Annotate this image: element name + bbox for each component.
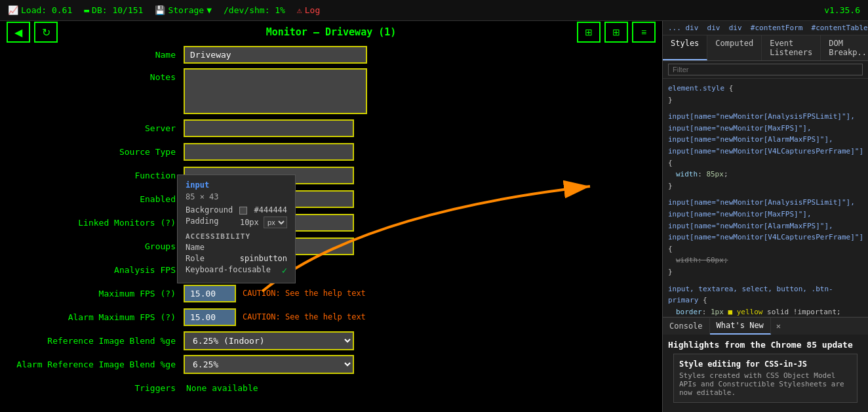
triggers-value: None available [186, 383, 258, 393]
triggers-row: Triggers None available [13, 378, 649, 398]
maximum-fps-label: Maximum FPS (?) [13, 289, 184, 299]
analysis-fps-label: Analysis FPS [13, 265, 184, 275]
action-buttons: ⊞ ⊞ ≡ [577, 22, 656, 43]
console-tab[interactable]: Console [663, 318, 710, 334]
ref-blend-label: Reference Image Blend %ge [13, 336, 184, 346]
storage-icon: 💾 [155, 5, 165, 15]
maximum-fps-row: Maximum FPS (?) CAUTION: See the help te… [13, 283, 649, 303]
tooltip-background-row: Background #444444 [186, 205, 287, 215]
linked-monitors-label: Linked Monitors (?) [13, 218, 184, 228]
tooltip-role-value: spinbutton [240, 254, 287, 263]
source-type-label: Source Type [13, 147, 184, 157]
storage-path: /dev/shm: 1% [224, 5, 285, 15]
devtools-breadcrumb: ... div div div #contentForm #contentTab… [663, 21, 868, 35]
rss-button-2[interactable]: ⊞ [604, 22, 628, 43]
tooltip-name-row: Name [186, 243, 287, 252]
function-label: Function [13, 171, 184, 180]
tooltip-keyboard-label: Keyboard-focusable [186, 265, 271, 276]
color-swatch [239, 207, 247, 215]
tooltip-popup: input 85 × 43 Background #444444 Padding… [177, 175, 296, 283]
server-row: Server [13, 118, 649, 138]
analysis-fps-row: Analysis FPS [13, 260, 649, 279]
linked-monitors-row: Linked Monitors (?) [13, 213, 649, 232]
server-input[interactable] [184, 119, 354, 137]
style-editing-desc: Styles created with CSS Object Model API… [679, 371, 852, 397]
ref-blend-select[interactable]: 6.25% (Indoor) 12.5% 25% [184, 331, 354, 350]
main-layout: ◀ ↻ Monitor – Driveway (1) ⊞ ⊞ ≡ Name No… [0, 21, 868, 412]
devtools-tabs: Styles Computed Event Listeners DOM Brea… [663, 35, 868, 61]
css-block-input-selectors-2: input[name="newMonitor[AnalysisFPSLimit]… [668, 197, 863, 278]
console-bar: Console What's New ✕ [663, 317, 868, 335]
filter-input[interactable] [668, 64, 863, 75]
refresh-button[interactable]: ↻ [34, 22, 58, 43]
css-block-input-selectors: input[name="newMonitor[AnalysisFPSLimit]… [668, 111, 863, 192]
whatsnew-panel: Highlights from the Chrome 85 update Sty… [663, 335, 868, 412]
tooltip-role-label: Role [186, 254, 205, 263]
storage-indicator[interactable]: 💾 Storage ▼ [155, 5, 212, 15]
source-type-input[interactable] [184, 143, 354, 161]
tab-dom-breakpoints[interactable]: DOM Breakp... [821, 35, 868, 60]
alarm-ref-blend-select[interactable]: 6.25% 12.5% 25% [184, 355, 354, 374]
page-title: Monitor – Driveway (1) [266, 26, 397, 38]
name-row: Name [13, 45, 649, 64]
tooltip-background-value: #444444 [239, 205, 287, 215]
style-editing-box: Style editing for CSS-in-JS Styles creat… [673, 354, 858, 403]
whatsnew-title: Highlights from the Chrome 85 update [668, 340, 863, 350]
alert-icon: ⚠ [297, 5, 302, 15]
tooltip-role-row: Role spinbutton [186, 254, 287, 263]
notes-label: Notes [13, 68, 184, 82]
alarm-max-fps-row: Alarm Maximum FPS (?) CAUTION: See the h… [13, 307, 649, 327]
alarm-max-fps-input[interactable] [184, 308, 236, 326]
style-editing-title: Style editing for CSS-in-JS [679, 360, 852, 369]
source-type-row: Source Type [13, 142, 649, 161]
tab-event-listeners[interactable]: Event Listeners [762, 35, 821, 60]
db-indicator: ▬ DB: 10/151 [84, 5, 143, 15]
load-indicator: 📈 Load: 0.61 [8, 5, 72, 15]
triggers-label: Triggers [13, 383, 184, 393]
log-indicator[interactable]: ⚠ Log [297, 5, 320, 15]
rss-button-1[interactable]: ⊞ [577, 22, 601, 43]
whatsnew-tab[interactable]: What's New [710, 318, 771, 335]
alarm-max-fps-caution: CAUTION: See the help text [243, 312, 366, 321]
left-panel: ◀ ↻ Monitor – Driveway (1) ⊞ ⊞ ≡ Name No… [0, 21, 662, 412]
maximum-fps-input[interactable] [184, 285, 236, 302]
console-close-button[interactable]: ✕ [771, 318, 786, 334]
form-header: ◀ ↻ Monitor – Driveway (1) ⊞ ⊞ ≡ [0, 21, 662, 42]
padding-unit-select[interactable]: px [264, 216, 287, 228]
db-icon: ▬ [84, 5, 89, 15]
tab-computed[interactable]: Computed [707, 35, 762, 60]
groups-label: Groups [13, 241, 184, 251]
tooltip-padding-row: Padding 10px px [186, 216, 287, 228]
version-label: v1.35.6 [824, 5, 860, 15]
tooltip-title: input [186, 180, 287, 190]
right-panel: ... div div div #contentForm #contentTab… [662, 21, 868, 412]
ref-blend-row: Reference Image Blend %ge 6.25% (Indoor)… [13, 331, 649, 350]
load-icon: 📈 [8, 5, 18, 15]
enabled-row: Enabled [13, 189, 649, 209]
tooltip-keyboard-row: Keyboard-focusable ✓ [186, 265, 287, 276]
alarm-ref-blend-label: Alarm Reference Image Blend %ge [13, 360, 184, 369]
tooltip-background-label: Background [186, 205, 233, 215]
list-button[interactable]: ≡ [632, 22, 656, 43]
css-block-element: element.style { } [668, 83, 863, 106]
notes-row: Notes [13, 68, 649, 114]
tooltip-padding-value: 10px px [240, 216, 287, 228]
name-label: Name [13, 50, 184, 60]
tooltip-name-label: Name [186, 243, 205, 252]
tooltip-padding-label: Padding [186, 216, 219, 228]
form-body: Name Notes Server Source Type Function [0, 42, 662, 412]
tab-styles[interactable]: Styles [663, 35, 707, 60]
name-input[interactable] [184, 46, 367, 64]
alarm-max-fps-label: Alarm Maximum FPS (?) [13, 312, 184, 322]
tooltip-dimensions: 85 × 43 [186, 192, 287, 201]
tooltip-accessibility-label: ACCESSIBILITY [186, 232, 287, 241]
topbar: 📈 Load: 0.61 ▬ DB: 10/151 💾 Storage ▼ /d… [0, 0, 868, 21]
notes-input[interactable] [184, 68, 367, 114]
css-block-input-general: input, textarea, select, button, .btn-pr… [668, 283, 863, 318]
maximum-fps-caution: CAUTION: See the help text [243, 289, 366, 298]
function-row: Function [13, 165, 649, 185]
devtools-styles-content: element.style { } input[name="newMonitor… [663, 79, 868, 317]
back-button[interactable]: ◀ [7, 22, 30, 43]
nav-buttons: ◀ ↻ [7, 22, 58, 43]
keyboard-check-icon: ✓ [282, 265, 287, 276]
